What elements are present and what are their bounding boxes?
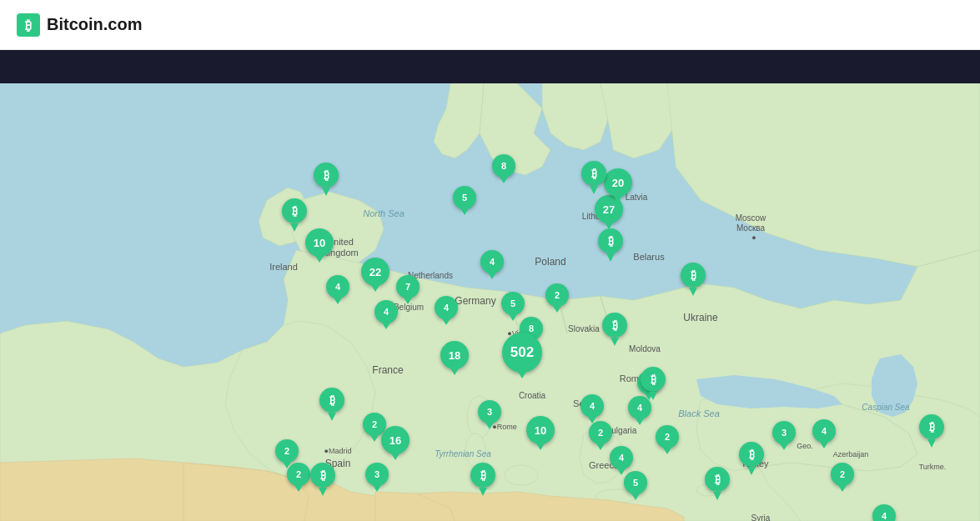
bitcoin-marker[interactable]: ₿ <box>919 414 944 448</box>
number-marker[interactable]: 10 <box>305 228 334 263</box>
bitcoin-marker[interactable]: ₿ <box>581 161 606 194</box>
svg-text:Azerbaijan: Azerbaijan <box>833 450 869 458</box>
svg-text:●Madrid: ●Madrid <box>324 447 352 455</box>
number-marker[interactable]: 4 <box>812 419 836 448</box>
number-marker[interactable]: 10 <box>526 416 555 450</box>
svg-text:France: France <box>372 364 404 376</box>
bitcoin-marker[interactable]: ₿ <box>641 367 666 400</box>
number-marker[interactable]: 3 <box>478 400 501 429</box>
logo-text: Bitcoin.com <box>47 15 142 34</box>
svg-text:₿: ₿ <box>25 18 32 33</box>
bitcoin-marker[interactable]: ₿ <box>602 313 627 346</box>
number-marker[interactable]: 4 <box>326 275 349 304</box>
svg-text:Belarus: Belarus <box>633 252 665 262</box>
bitcoin-marker[interactable]: ₿ <box>310 463 335 496</box>
number-marker[interactable]: 4 <box>435 296 458 325</box>
bitcoin-marker[interactable]: ₿ <box>705 467 730 500</box>
number-marker[interactable]: 4 <box>872 504 896 521</box>
bitcoin-marker[interactable]: ₿ <box>282 198 307 232</box>
number-marker[interactable]: 5 <box>453 186 476 215</box>
number-marker[interactable]: 8 <box>492 154 515 183</box>
number-marker[interactable]: 4 <box>628 396 651 425</box>
number-marker[interactable]: 2 <box>545 283 569 313</box>
svg-text:Moscow: Moscow <box>736 213 766 223</box>
number-marker[interactable]: 4 <box>580 394 604 423</box>
number-marker[interactable]: 3 <box>365 463 389 492</box>
svg-text:Black Sea: Black Sea <box>678 408 720 418</box>
bitcoin-logo-icon: ₿ <box>17 13 40 37</box>
number-marker[interactable]: 2 <box>287 463 310 492</box>
bitcoin-marker[interactable]: ₿ <box>319 388 344 421</box>
logo-container[interactable]: ₿ Bitcoin.com <box>17 13 142 37</box>
map-svg: North Sea Black Sea Mediterranean Sea Ty… <box>0 83 980 521</box>
svg-text:Syria: Syria <box>751 513 771 521</box>
svg-text:Moldova: Moldova <box>629 344 661 353</box>
number-marker[interactable]: 4 <box>374 300 398 329</box>
header: ₿ Bitcoin.com <box>0 0 980 50</box>
bitcoin-marker[interactable]: ₿ <box>598 228 623 262</box>
svg-text:Ukraine: Ukraine <box>683 312 718 323</box>
svg-text:Caspian Sea: Caspian Sea <box>862 403 910 412</box>
svg-text:Poland: Poland <box>535 256 565 268</box>
nav-bar <box>0 50 980 83</box>
svg-text:Turkme.: Turkme. <box>919 463 947 471</box>
svg-text:Ireland: Ireland <box>269 262 298 272</box>
number-marker[interactable]: 5 <box>624 471 647 500</box>
svg-text:Geo.: Geo. <box>797 442 813 450</box>
number-marker[interactable]: 502 <box>502 333 542 378</box>
svg-text:Slovakia: Slovakia <box>568 324 600 333</box>
bitcoin-marker[interactable]: ₿ <box>470 463 495 496</box>
svg-text:●: ● <box>751 233 756 242</box>
number-marker[interactable]: 22 <box>361 258 389 292</box>
svg-text:Москва: Москва <box>736 223 766 233</box>
number-marker[interactable]: 18 <box>440 341 469 375</box>
bitcoin-marker[interactable]: ₿ <box>739 442 764 475</box>
map-container[interactable]: North Sea Black Sea Mediterranean Sea Ty… <box>0 83 980 521</box>
number-marker[interactable]: 2 <box>656 425 679 454</box>
svg-point-5 <box>505 465 538 485</box>
number-marker[interactable]: 2 <box>831 463 854 492</box>
number-marker[interactable]: 7 <box>396 275 420 304</box>
number-marker[interactable]: 3 <box>772 421 796 450</box>
number-marker[interactable]: 2 <box>589 421 612 450</box>
number-marker[interactable]: 4 <box>480 250 504 279</box>
bitcoin-marker[interactable]: ₿ <box>681 263 706 296</box>
bitcoin-marker[interactable]: ₿ <box>314 163 339 196</box>
svg-text:North Sea: North Sea <box>363 208 405 218</box>
number-marker[interactable]: 20 <box>604 168 632 203</box>
svg-text:Croatia: Croatia <box>519 391 546 400</box>
svg-text:Tyrrhenian Sea: Tyrrhenian Sea <box>435 449 491 458</box>
svg-text:Germany: Germany <box>455 295 495 307</box>
number-marker[interactable]: 16 <box>381 426 410 460</box>
